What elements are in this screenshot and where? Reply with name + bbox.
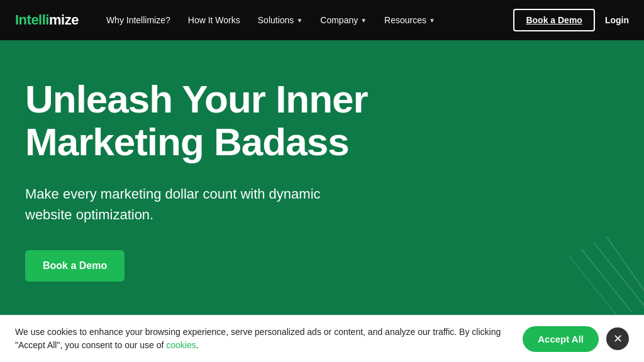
navigation: Intellimize Why Intellimize? How It Work…	[0, 0, 644, 40]
hero-section: Unleash Your Inner Marketing Badass Make…	[0, 40, 644, 362]
cookie-actions: Accept All ✕	[523, 326, 629, 352]
nav-links: Why Intellimize? How It Works Solutions …	[99, 10, 514, 30]
logo-part1: Intelli	[15, 12, 49, 28]
nav-how-it-works[interactable]: How It Works	[180, 10, 248, 30]
svg-line-3	[569, 255, 619, 318]
close-icon: ✕	[613, 332, 623, 346]
nav-why-intellimize[interactable]: Why Intellimize?	[99, 10, 178, 30]
svg-line-2	[606, 236, 644, 299]
svg-line-0	[581, 249, 631, 312]
logo-part2: mize	[49, 12, 79, 28]
solutions-chevron-icon: ▼	[296, 17, 303, 24]
hero-subtitle: Make every marketing dollar count with d…	[25, 184, 340, 225]
nav-book-demo-button[interactable]: Book a Demo	[513, 9, 594, 31]
cookie-banner: We use cookies to enhance your browsing …	[0, 315, 644, 362]
svg-line-1	[594, 243, 644, 305]
nav-solutions[interactable]: Solutions ▼	[250, 10, 311, 30]
nav-actions: Book a Demo Login	[513, 9, 629, 31]
cookie-text: We use cookies to enhance your browsing …	[15, 326, 513, 352]
accept-all-button[interactable]: Accept All	[523, 326, 599, 352]
company-chevron-icon: ▼	[360, 17, 367, 24]
cookie-link[interactable]: cookies	[166, 340, 196, 350]
hero-title: Unleash Your Inner Marketing Badass	[25, 78, 402, 163]
resources-chevron-icon: ▼	[429, 17, 435, 24]
hero-book-demo-button[interactable]: Book a Demo	[25, 250, 125, 282]
close-cookie-button[interactable]: ✕	[606, 327, 629, 350]
nav-resources[interactable]: Resources ▼	[377, 10, 443, 30]
nav-company[interactable]: Company ▼	[313, 10, 374, 30]
nav-login-button[interactable]: Login	[605, 15, 629, 25]
logo[interactable]: Intellimize	[15, 12, 79, 28]
